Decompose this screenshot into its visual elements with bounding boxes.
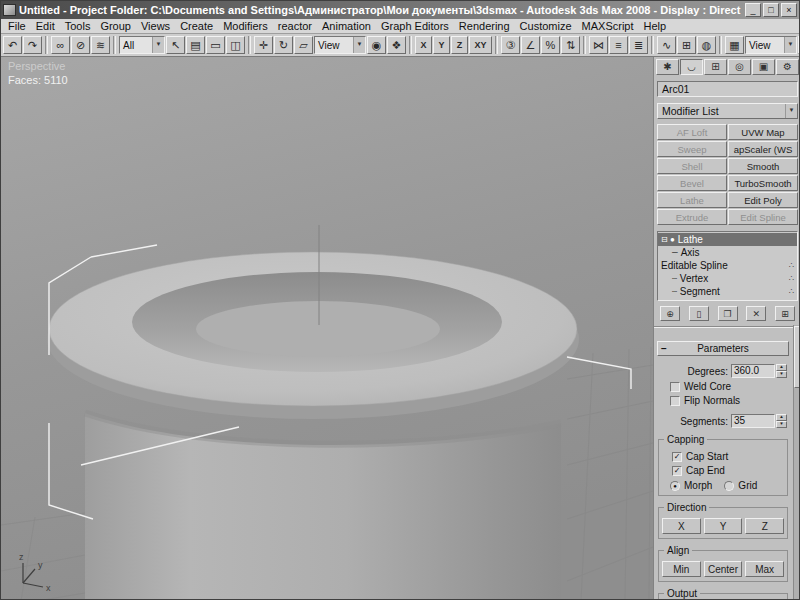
checkbox-icon[interactable]	[670, 396, 680, 406]
stack-item-lathe[interactable]: ⊟ ● Lathe	[658, 233, 797, 246]
menu-rendering[interactable]: Rendering	[454, 20, 515, 32]
bind-to-space-warp-icon[interactable]: ≋	[91, 36, 110, 54]
perspective-viewport[interactable]: x y z Perspective Faces: 5110	[1, 57, 653, 600]
unlink-selection-icon[interactable]: ⊘	[71, 36, 90, 54]
flip-normals-checkbox[interactable]: Flip Normals	[670, 395, 788, 406]
use-pivot-point-center-icon[interactable]: ◉	[367, 36, 386, 54]
parameters-rollout-header[interactable]: − Parameters	[657, 341, 789, 356]
viewport-canvas[interactable]: x y z	[1, 57, 653, 600]
modifier-button-lathe[interactable]: Lathe	[657, 192, 727, 208]
object-name-field[interactable]: Arc01	[657, 81, 798, 97]
menu-animation[interactable]: Animation	[317, 20, 376, 32]
modifier-button-edit-poly[interactable]: Edit Poly	[728, 192, 798, 208]
viewport-label[interactable]: Perspective	[8, 60, 65, 72]
stack-item-axis[interactable]: ─ Axis	[658, 246, 797, 259]
cap-start-checkbox[interactable]: ✓ Cap Start	[672, 451, 780, 462]
segments-input[interactable]: 35	[731, 414, 775, 428]
modifier-button-sweep[interactable]: Sweep	[657, 141, 727, 157]
radio-icon[interactable]	[724, 481, 734, 491]
layer-manager-icon[interactable]: ≣	[629, 36, 648, 54]
remove-modifier-icon[interactable]: ✕	[746, 306, 766, 321]
weld-core-checkbox[interactable]: Weld Core	[670, 381, 788, 392]
align-max-button[interactable]: Max	[745, 561, 784, 577]
close-button[interactable]: ×	[781, 3, 797, 17]
modifier-button-turbosmooth[interactable]: TurboSmooth	[728, 175, 798, 191]
panel-scrollbar-thumb[interactable]	[794, 326, 800, 388]
menu-graph-editors[interactable]: Graph Editors	[376, 20, 454, 32]
quick-render-icon[interactable]: ♨	[798, 36, 799, 54]
redo-icon[interactable]: ↷	[23, 36, 42, 54]
configure-modifier-sets-icon[interactable]: ⊞	[775, 306, 795, 321]
restrict-z-button[interactable]: Z	[451, 36, 468, 54]
direction-y-button[interactable]: Y	[704, 518, 743, 534]
modifier-list-dropdown[interactable]: Modifier List ▼	[657, 103, 798, 119]
align-icon[interactable]: ≡	[609, 36, 628, 54]
spinner-up-icon[interactable]: ▲	[776, 364, 787, 371]
material-editor-icon[interactable]: ◍	[697, 36, 716, 54]
snap-toggle-icon[interactable]: ③	[501, 36, 520, 54]
percent-snap-icon[interactable]: %	[541, 36, 560, 54]
morph-radio[interactable]: ● Morph	[670, 480, 712, 491]
window-crossing-icon[interactable]: ◫	[226, 36, 245, 54]
select-and-move-icon[interactable]: ✛	[254, 36, 273, 54]
tab-motion-icon[interactable]: ◎	[728, 59, 751, 75]
align-center-button[interactable]: Center	[704, 561, 743, 577]
minimize-button[interactable]: _	[745, 3, 761, 17]
select-object-icon[interactable]: ↖	[166, 36, 185, 54]
curve-editor-icon[interactable]: ∿	[657, 36, 676, 54]
modifier-button-uvw-map[interactable]: UVW Map	[728, 124, 798, 140]
menu-group[interactable]: Group	[95, 20, 136, 32]
maximize-button[interactable]: □	[763, 3, 779, 17]
panel-scrollbar[interactable]	[793, 325, 800, 600]
menu-reactor[interactable]: reactor	[273, 20, 317, 32]
spinner-up-icon[interactable]: ▲	[776, 414, 787, 421]
spinner-down-icon[interactable]: ▼	[776, 371, 787, 378]
undo-icon[interactable]: ↶	[3, 36, 22, 54]
dropdown-arrow-icon[interactable]: ▼	[353, 37, 365, 53]
rectangular-selection-region-icon[interactable]: ▭	[206, 36, 225, 54]
direction-z-button[interactable]: Z	[745, 518, 784, 534]
modifier-button-af-loft[interactable]: AF Loft	[657, 124, 727, 140]
menu-views[interactable]: Views	[136, 20, 175, 32]
expand-icon[interactable]: ⊟ ●	[661, 235, 675, 244]
dropdown-arrow-icon[interactable]: ▼	[152, 37, 164, 53]
reference-coordinate-system-dropdown[interactable]: View ▼	[314, 36, 366, 54]
menu-edit[interactable]: Edit	[31, 20, 60, 32]
modifier-button-shell[interactable]: Shell	[657, 158, 727, 174]
pin-stack-icon[interactable]: ⊕	[660, 306, 680, 321]
direction-x-button[interactable]: X	[662, 518, 701, 534]
menu-create[interactable]: Create	[175, 20, 218, 32]
show-end-result-icon[interactable]: ▯	[689, 306, 709, 321]
select-and-link-icon[interactable]: ∞	[51, 36, 70, 54]
restrict-x-button[interactable]: X	[415, 36, 432, 54]
spinner-down-icon[interactable]: ▼	[776, 421, 787, 428]
grid-radio[interactable]: Grid	[724, 480, 757, 491]
menu-file[interactable]: File	[3, 20, 31, 32]
tab-hierarchy-icon[interactable]: ⊞	[704, 59, 727, 75]
modifier-button-bevel[interactable]: Bevel	[657, 175, 727, 191]
tab-display-icon[interactable]: ▣	[752, 59, 775, 75]
restrict-y-button[interactable]: Y	[433, 36, 450, 54]
degrees-input[interactable]: 360.0	[731, 364, 775, 378]
tab-utilities-icon[interactable]: ⚙	[776, 59, 799, 75]
checkbox-icon[interactable]: ✓	[672, 466, 682, 476]
schematic-view-icon[interactable]: ⊞	[677, 36, 696, 54]
stack-item-vertex[interactable]: ┈ Vertex ∴	[658, 272, 797, 285]
select-by-name-icon[interactable]: ▤	[186, 36, 205, 54]
select-and-rotate-icon[interactable]: ↻	[274, 36, 293, 54]
selection-filter-dropdown[interactable]: All ▼	[119, 36, 165, 54]
menu-help[interactable]: Help	[639, 20, 672, 32]
radio-icon[interactable]: ●	[670, 481, 680, 491]
dropdown-arrow-icon[interactable]: ▼	[784, 37, 796, 53]
checkbox-icon[interactable]	[670, 382, 680, 392]
tab-modify-icon[interactable]: ◡	[680, 59, 703, 75]
modifier-button-mapscaler[interactable]: apScaler (WS	[728, 141, 798, 157]
select-and-scale-icon[interactable]: ▱	[294, 36, 313, 54]
render-setup-icon[interactable]: ▦	[725, 36, 744, 54]
angle-snap-icon[interactable]: ∠	[521, 36, 540, 54]
make-unique-icon[interactable]: ❐	[718, 306, 738, 321]
dropdown-arrow-icon[interactable]: ▼	[785, 104, 797, 118]
modifier-button-smooth[interactable]: Smooth	[728, 158, 798, 174]
menu-modifiers[interactable]: Modifiers	[218, 20, 273, 32]
menu-maxscript[interactable]: MAXScript	[577, 20, 639, 32]
